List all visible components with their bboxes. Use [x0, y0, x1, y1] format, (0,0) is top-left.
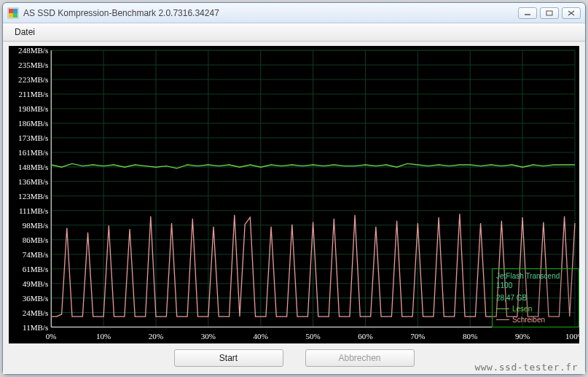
svg-text:10%: 10% — [96, 332, 111, 341]
legend-read: Lesen — [496, 304, 575, 314]
svg-text:248MB/s: 248MB/s — [18, 46, 48, 55]
svg-rect-2 — [13, 9, 17, 13]
device-capacity: 28,47 GB — [496, 293, 575, 303]
svg-text:90%: 90% — [515, 332, 530, 341]
app-icon — [7, 7, 19, 19]
svg-text:20%: 20% — [149, 332, 163, 341]
svg-text:86MB/s: 86MB/s — [23, 236, 49, 244]
button-row: Start Abbrechen — [9, 343, 579, 368]
svg-text:60%: 60% — [358, 332, 372, 341]
svg-text:36MB/s: 36MB/s — [23, 294, 49, 303]
close-button[interactable] — [562, 7, 581, 19]
menu-file[interactable]: Datei — [10, 26, 39, 39]
svg-text:186MB/s: 186MB/s — [18, 119, 48, 128]
svg-text:11MB/s: 11MB/s — [23, 323, 48, 332]
svg-text:235MB/s: 235MB/s — [18, 61, 48, 69]
menubar: Datei — [3, 23, 585, 42]
svg-rect-1 — [9, 9, 13, 13]
svg-text:123MB/s: 123MB/s — [18, 192, 48, 201]
legend-write-label: Schreiben — [512, 315, 545, 324]
svg-text:74MB/s: 74MB/s — [23, 250, 49, 259]
svg-text:30%: 30% — [201, 332, 216, 341]
maximize-button[interactable] — [540, 7, 559, 19]
svg-text:49MB/s: 49MB/s — [23, 279, 49, 288]
minimize-button[interactable] — [518, 7, 537, 19]
svg-text:111MB/s: 111MB/s — [19, 206, 48, 215]
titlebar[interactable]: AS SSD Kompression-Benchmark 2.0.7316.34… — [3, 3, 585, 23]
legend-write: Schreiben — [496, 315, 575, 324]
chart-area: 248MB/s235MB/s223MB/s211MB/s198MB/s186MB… — [9, 46, 579, 343]
svg-text:24MB/s: 24MB/s — [23, 308, 49, 317]
start-button[interactable]: Start — [174, 349, 283, 367]
svg-text:61MB/s: 61MB/s — [23, 265, 49, 273]
svg-text:173MB/s: 173MB/s — [18, 133, 48, 142]
svg-text:50%: 50% — [305, 332, 320, 341]
device-info-box: JetFlash Transcend 1100 28,47 GB Lesen S… — [492, 268, 579, 327]
svg-text:70%: 70% — [410, 332, 425, 341]
svg-text:40%: 40% — [254, 332, 268, 341]
maximize-icon — [546, 10, 553, 16]
svg-text:98MB/s: 98MB/s — [23, 221, 49, 230]
svg-text:211MB/s: 211MB/s — [19, 90, 49, 98]
window-title: AS SSD Kompression-Benchmark 2.0.7316.34… — [23, 8, 518, 18]
minimize-icon — [524, 10, 531, 16]
client-area: 248MB/s235MB/s223MB/s211MB/s198MB/s186MB… — [3, 42, 585, 374]
device-name: JetFlash Transcend 1100 — [496, 271, 575, 290]
svg-rect-4 — [13, 13, 17, 18]
svg-text:198MB/s: 198MB/s — [18, 104, 48, 113]
svg-text:148MB/s: 148MB/s — [18, 163, 48, 171]
legend-read-line — [496, 308, 509, 309]
legend-read-label: Lesen — [512, 304, 532, 314]
svg-text:161MB/s: 161MB/s — [18, 148, 48, 157]
close-icon — [568, 10, 575, 16]
cancel-button: Abbrechen — [305, 349, 415, 367]
svg-text:0%: 0% — [46, 332, 57, 341]
svg-text:136MB/s: 136MB/s — [18, 177, 48, 186]
window-controls — [518, 7, 581, 19]
svg-text:100%: 100% — [565, 332, 579, 341]
svg-text:223MB/s: 223MB/s — [18, 75, 48, 84]
legend-write-line — [496, 319, 509, 320]
app-window: AS SSD Kompression-Benchmark 2.0.7316.34… — [2, 2, 586, 375]
svg-text:80%: 80% — [463, 332, 477, 341]
svg-rect-6 — [546, 11, 552, 15]
svg-rect-3 — [9, 13, 13, 18]
